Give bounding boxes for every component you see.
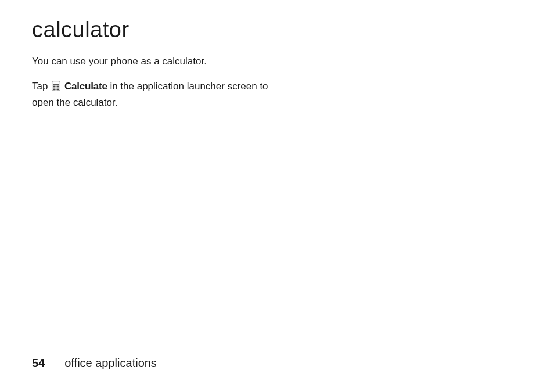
- section-name: office applications: [64, 357, 157, 370]
- svg-point-9: [56, 89, 57, 90]
- svg-point-6: [56, 87, 57, 88]
- intro-text: You can use your phone as a calculator.: [32, 55, 522, 69]
- instruction-prefix: Tap: [32, 81, 51, 92]
- calculator-icon: [52, 81, 60, 96]
- page-number: 54: [32, 357, 45, 370]
- svg-point-2: [53, 85, 55, 87]
- instruction-text: Tap Calculate in the application launche…: [32, 79, 276, 110]
- svg-point-4: [57, 85, 59, 87]
- app-label: Calculate: [64, 81, 107, 92]
- svg-point-5: [53, 87, 55, 88]
- svg-point-3: [56, 85, 57, 87]
- page-footer: 54 office applications: [32, 357, 157, 370]
- svg-rect-1: [53, 82, 59, 84]
- page-heading: calculator: [32, 17, 522, 42]
- svg-point-8: [53, 89, 55, 90]
- svg-point-10: [57, 89, 59, 90]
- svg-point-7: [57, 87, 59, 88]
